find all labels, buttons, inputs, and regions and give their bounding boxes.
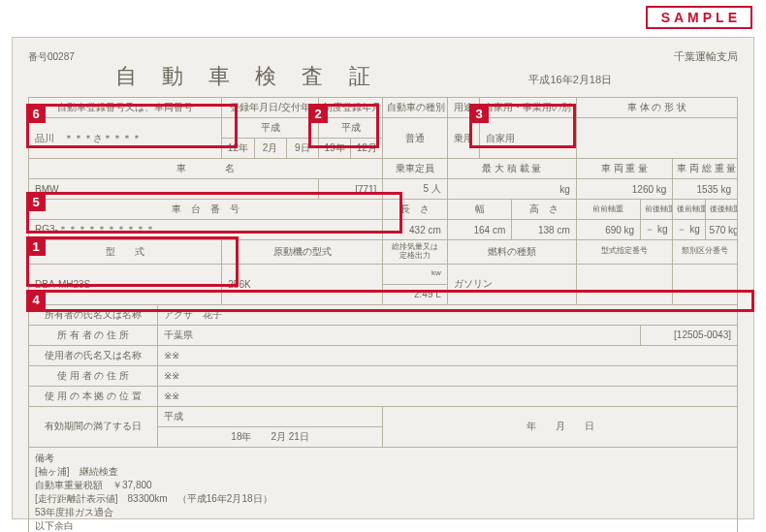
val-private-biz: 自家用	[480, 118, 577, 159]
hdr-displacement: 総排気量又は 定格出力	[383, 240, 447, 265]
val-gross-weight: 1535 kg	[673, 179, 738, 200]
hdr-remarks: 備考	[35, 453, 54, 463]
val-reg-m: 2月	[254, 139, 286, 159]
hdr-class-code: 類別区分番号	[673, 240, 738, 265]
val-disp-unit: kw	[383, 264, 447, 284]
hdr-chassis-no: 車 台 番 号	[29, 200, 383, 220]
val-length: 432 cm	[383, 220, 447, 240]
val-reg-era: 平成	[222, 118, 319, 139]
val-first-y: 19年	[318, 139, 350, 159]
hdr-fr: 前後軸重	[641, 200, 673, 220]
val-model: DBA-MH23S	[29, 264, 222, 304]
val-expiry: 18年 2月 21日	[157, 426, 383, 447]
certificate-document: 番号00287 千葉運輸支局 自 動 車 検 査 証 平成16年2月18日 自動…	[12, 37, 754, 519]
val-fr: － kg	[641, 220, 673, 240]
val-height: 138 cm	[512, 220, 576, 240]
val-car-code: [771]	[318, 179, 382, 200]
val-owner-addr-code: [12505-0043]	[641, 325, 738, 345]
hdr-max-load: 最 大 積 載 量	[447, 159, 576, 179]
hdr-gross-weight: 車 両 総 重 量	[673, 159, 738, 179]
hdr-owner-addr: 所 有 者 の 住 所	[29, 325, 158, 345]
val-max-load: kg	[447, 179, 576, 200]
val-capacity: 5 人	[383, 179, 447, 200]
hdr-reg-date: 登録年月日/交付年	[222, 98, 319, 118]
hdr-purpose: 用途	[447, 98, 479, 118]
hdr-private-biz: 自家用・事業用の別	[480, 98, 577, 118]
val-rf: － kg	[673, 220, 705, 240]
hdr-ff: 前前軸重	[576, 200, 640, 220]
val-rr: 570 kg	[705, 220, 737, 240]
val-first-era: 平成	[318, 118, 382, 139]
hdr-reg-no: 自動車登録番号又は、車両番号	[29, 98, 222, 118]
val-purpose: 乗用	[447, 118, 479, 159]
val-chassis-no: RG3-＊＊＊＊＊＊＊＊＊＊	[29, 220, 383, 240]
hdr-base-loc: 使 用 の 本 拠 の 位 置	[29, 386, 158, 406]
val-first-m: 12月	[351, 139, 383, 159]
hdr-model: 型 式	[29, 240, 222, 265]
val-car-name: BMW	[29, 179, 319, 200]
val-expiry-era: 平成	[157, 406, 383, 426]
val-owner-name: アクサ 花子	[157, 304, 737, 325]
val-user-addr: ※※	[157, 365, 737, 386]
val-body-shape	[576, 118, 737, 159]
hdr-rr: 後後軸重	[705, 200, 737, 220]
hdr-user-name: 使用者の氏名又は名称	[29, 345, 158, 365]
val-reg-no: 品川 ＊＊＊さ＊＊＊＊	[29, 118, 222, 159]
hdr-body-shape: 車 体 の 形 状	[576, 98, 737, 118]
hdr-capacity: 乗車定員	[383, 159, 447, 179]
hdr-first-reg: 初度登録年月	[318, 98, 382, 118]
hdr-rf: 後前軸重	[673, 200, 705, 220]
hdr-length: 長 さ	[383, 200, 447, 220]
hdr-width: 幅	[447, 200, 511, 220]
val-width: 164 cm	[447, 220, 511, 240]
val-owner-addr: 千葉県	[157, 325, 640, 345]
val-model-code	[576, 264, 673, 304]
hdr-vehicle-type: 自動車の種別	[383, 98, 447, 118]
val-user-name: ※※	[157, 345, 737, 365]
issue-date: 平成16年2月18日	[528, 73, 612, 87]
serial-number: 番号00287	[28, 50, 75, 64]
remarks-cell: 備考 [袖ヶ浦] 継続検査 自動車重量税額 ￥37,800 [走行距離計表示値]…	[29, 447, 738, 532]
val-fuel-type: ガソリン	[447, 264, 576, 304]
hdr-vehicle-weight: 車 両 重 量	[576, 159, 673, 179]
hdr-user-addr: 使 用 者 の 住 所	[29, 365, 158, 386]
hdr-model-code: 型式指定番号	[576, 240, 673, 265]
val-vehicle-weight: 1260 kg	[576, 179, 673, 200]
sample-badge: SAMPLE	[646, 6, 752, 29]
hdr-fuel-type: 燃料の種類	[447, 240, 576, 265]
val-class-code	[673, 264, 738, 304]
val-vehicle-type: 普通	[383, 118, 447, 159]
certificate-table: 自動車登録番号又は、車両番号 登録年月日/交付年 初度登録年月 自動車の種別 用…	[28, 97, 738, 532]
hdr-expiry: 有効期間の満了する日	[29, 406, 158, 447]
val-expiry2: 年 月 日	[383, 406, 738, 447]
val-reg-y: 12年	[222, 139, 254, 159]
val-remarks: [袖ヶ浦] 継続検査 自動車重量税額 ￥37,800 [走行距離計表示値] 83…	[35, 466, 272, 531]
val-reg-d: 9日	[286, 139, 318, 159]
val-base-loc: ※※	[157, 386, 737, 406]
hdr-engine-model: 原動機の型式	[222, 240, 383, 265]
hdr-car-name: 車 名	[29, 159, 383, 179]
issuer: 千葉運輸支局	[674, 49, 738, 64]
val-engine-model: 256K	[222, 264, 383, 304]
val-displacement: 2.49 L	[383, 284, 447, 304]
hdr-owner-name: 所有者の氏名又は名称	[29, 304, 158, 325]
hdr-height: 高 さ	[512, 200, 576, 220]
document-title: 自 動 車 検 査 証	[115, 62, 380, 91]
val-ff: 690 kg	[576, 220, 640, 240]
